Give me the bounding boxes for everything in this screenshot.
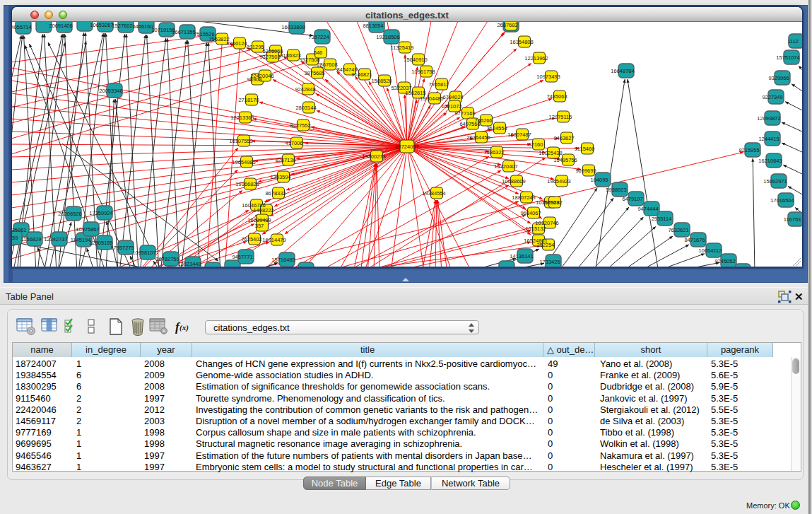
- svg-text:10973493: 10973493: [536, 74, 560, 80]
- svg-text:10958107: 10958107: [132, 250, 155, 256]
- svg-text:2803144: 2803144: [295, 105, 316, 111]
- svg-text:8471676: 8471676: [684, 237, 705, 243]
- svg-text:1733426: 1733426: [539, 259, 560, 265]
- svg-text:1975692: 1975692: [541, 199, 562, 206]
- svg-text:6479197: 6479197: [622, 196, 642, 202]
- svg-text:5938923: 5938923: [606, 187, 626, 193]
- svg-text:7955812: 7955812: [428, 81, 449, 88]
- svg-text:9463627: 9463627: [553, 135, 574, 141]
- svg-text:1621072: 1621072: [441, 103, 461, 110]
- svg-text:9245052: 9245052: [714, 258, 735, 264]
- svg-text:10975867: 10975867: [76, 226, 99, 233]
- svg-text:891295: 891295: [246, 44, 264, 50]
- svg-text:24055714: 24055714: [12, 24, 32, 30]
- svg-text:16210643: 16210643: [758, 158, 782, 164]
- svg-text:12213962: 12213962: [524, 55, 548, 62]
- svg-text:7625402: 7625402: [241, 236, 261, 243]
- svg-text:15640910: 15640910: [404, 57, 427, 63]
- svg-text:9699695: 9699695: [575, 168, 596, 174]
- svg-text:12093872: 12093872: [757, 115, 780, 122]
- svg-text:2935114: 2935114: [652, 216, 672, 222]
- svg-text:357: 357: [255, 223, 264, 229]
- svg-text:15720407: 15720407: [494, 163, 517, 170]
- svg-text:18807249: 18807249: [512, 194, 535, 201]
- svg-text:7485063: 7485063: [546, 93, 567, 100]
- svg-text:19300273: 19300273: [362, 153, 385, 160]
- svg-text:8215955: 8215955: [739, 147, 759, 153]
- svg-text:17957275: 17957275: [110, 245, 134, 251]
- svg-text:164095: 164095: [590, 177, 608, 183]
- svg-text:10654112: 10654112: [699, 247, 722, 254]
- svg-text:16914479: 16914479: [262, 237, 286, 243]
- svg-text:1588520: 1588520: [371, 78, 392, 84]
- svg-text:7986322: 7986322: [483, 149, 504, 156]
- svg-text:10025438: 10025438: [539, 150, 562, 156]
- svg-text:3875685: 3875685: [304, 70, 324, 76]
- svg-text:19904485: 19904485: [420, 95, 443, 102]
- svg-text:6794024: 6794024: [442, 94, 463, 100]
- svg-text:6466160: 6466160: [132, 23, 153, 30]
- svg-text:14136141: 14136141: [510, 253, 533, 259]
- svg-text:20364456: 20364456: [466, 134, 490, 141]
- svg-text:10807487: 10807487: [507, 132, 531, 138]
- svg-text:10961758: 10961758: [411, 69, 435, 75]
- svg-text:12505155: 12505155: [89, 240, 112, 246]
- svg-text:15692971: 15692971: [763, 178, 787, 185]
- svg-text:9474444: 9474444: [637, 206, 658, 212]
- svg-text:8678332: 8678332: [265, 190, 286, 197]
- svg-text:18724007: 18724007: [395, 144, 418, 150]
- svg-text:1353594: 1353594: [270, 174, 290, 180]
- svg-text:8267130: 8267130: [275, 157, 295, 163]
- svg-text:9146821: 9146821: [351, 71, 372, 78]
- svg-text:16671355: 16671355: [172, 29, 195, 35]
- svg-text:9115460: 9115460: [575, 146, 595, 152]
- svg-text:9777169: 9777169: [454, 110, 475, 117]
- svg-text:12342737: 12342737: [44, 236, 67, 243]
- svg-text:252254: 252254: [536, 242, 554, 248]
- svg-text:1112: 1112: [787, 38, 799, 45]
- svg-text:9329966: 9329966: [768, 75, 789, 81]
- svg-text:12975115: 12975115: [549, 114, 572, 120]
- svg-text:15751074: 15751074: [776, 54, 799, 61]
- svg-text:8427552: 8427552: [290, 122, 310, 129]
- svg-text:16033809: 16033809: [281, 24, 305, 30]
- svg-text:9227349: 9227349: [762, 94, 782, 100]
- svg-text:8960124: 8960124: [226, 40, 247, 47]
- svg-text:116753: 116753: [784, 216, 801, 223]
- svg-text:12213369: 12213369: [230, 115, 254, 121]
- svg-text:10688609: 10688609: [502, 178, 525, 185]
- svg-text:16782759: 16782759: [155, 256, 179, 262]
- svg-text:8186323: 8186323: [280, 52, 300, 59]
- svg-text:2867608: 2867608: [317, 62, 337, 68]
- svg-text:12923448: 12923448: [177, 261, 201, 267]
- svg-text:7357224: 7357224: [308, 34, 329, 40]
- svg-text:2718170: 2718170: [238, 97, 259, 103]
- svg-text:20206526: 20206526: [58, 211, 81, 217]
- svg-text:19166825: 19166825: [235, 181, 259, 187]
- svg-text:10653267: 10653267: [90, 22, 113, 28]
- svg-text:1145194: 1145194: [71, 237, 91, 243]
- svg-text:19654985: 19654985: [232, 159, 255, 165]
- svg-text:9242848: 9242848: [295, 86, 315, 93]
- svg-text:9327503: 9327503: [259, 54, 280, 60]
- svg-text:9457771: 9457771: [232, 254, 252, 260]
- svg-text:20691406: 20691406: [49, 23, 72, 29]
- svg-text:19654923: 19654923: [547, 178, 570, 185]
- svg-text:19384554: 19384554: [422, 190, 445, 197]
- svg-text:20053346: 20053346: [99, 88, 122, 94]
- svg-text:8813054: 8813054: [363, 23, 383, 29]
- svg-text:417006: 417006: [285, 140, 302, 146]
- svg-text:16154808: 16154808: [510, 39, 533, 45]
- svg-text:16107553: 16107553: [229, 138, 252, 144]
- svg-text:3624554: 3624554: [486, 125, 507, 132]
- svg-text:19218506: 19218506: [376, 34, 399, 40]
- svg-text:1498222: 1498222: [253, 207, 273, 214]
- svg-text:16648784: 16648784: [611, 68, 634, 74]
- svg-text:7632621: 7632621: [668, 227, 688, 233]
- svg-text:17016504: 17016504: [770, 197, 794, 204]
- svg-text:22420046: 22420046: [250, 73, 273, 79]
- svg-text:1615132: 1615132: [525, 226, 546, 232]
- svg-text:39159: 39159: [12, 235, 18, 241]
- svg-text:17359924: 17359924: [89, 210, 112, 216]
- svg-text:15716485: 15716485: [271, 257, 295, 263]
